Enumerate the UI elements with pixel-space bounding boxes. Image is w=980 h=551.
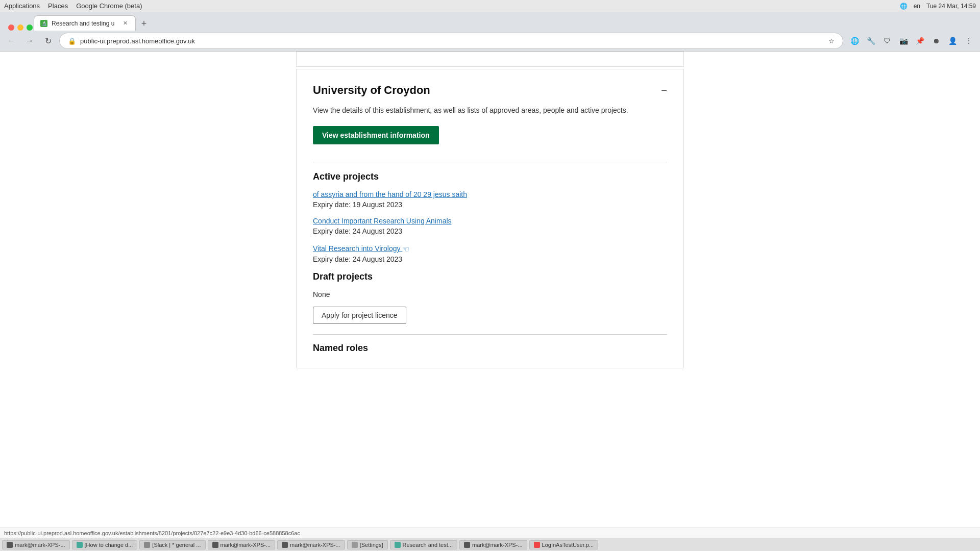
- status-url: https://public-ui.preprod.asl.homeoffice…: [4, 530, 300, 536]
- draft-projects-title: Draft projects: [313, 271, 667, 282]
- user-avatar[interactable]: 👤: [945, 34, 960, 48]
- taskbar-item-5[interactable]: [Settings]: [347, 540, 388, 549]
- window-controls: [8, 24, 33, 31]
- project-expiry-3: Expiry date: 24 August 2023: [313, 255, 667, 263]
- collapse-btn[interactable]: −: [661, 85, 667, 96]
- named-roles-title: Named roles: [313, 343, 667, 354]
- divider-1: [313, 163, 667, 163]
- minimize-window-btn[interactable]: [17, 24, 23, 31]
- extension-btn-5[interactable]: 📌: [913, 34, 927, 48]
- back-btn[interactable]: ←: [4, 34, 18, 48]
- taskbar-favicon-0: [7, 542, 13, 548]
- project-link-2[interactable]: Conduct Important Research Using Animals: [313, 217, 667, 225]
- menu-places[interactable]: Places: [48, 2, 68, 10]
- os-system-tray: 🌐 en Tue 24 Mar, 14:59: [900, 3, 976, 10]
- taskbar-label-1: [How to change d...: [85, 542, 133, 548]
- taskbar-label-0: mark@mark-XPS-...: [15, 542, 65, 548]
- tab-close-btn[interactable]: ✕: [121, 19, 129, 28]
- close-window-btn[interactable]: [8, 24, 14, 31]
- lock-icon: 🔒: [68, 37, 76, 45]
- taskbar-favicon-6: [395, 542, 401, 548]
- taskbar-label-7: mark@mark-XPS-...: [472, 542, 523, 548]
- taskbar-item-0[interactable]: mark@mark-XPS-...: [2, 540, 70, 549]
- establishment-title: University of Croydon: [313, 84, 430, 97]
- taskbar-favicon-3: [212, 542, 218, 548]
- taskbar-item-8[interactable]: LogInAsTestUser.p...: [529, 540, 599, 549]
- project-link-3[interactable]: Vital Research into Virology ☞: [313, 243, 667, 253]
- url-bar[interactable]: 🔒 public-ui.preprod.asl.homeoffice.gov.u…: [59, 33, 843, 49]
- new-tab-btn[interactable]: +: [137, 16, 151, 31]
- taskbar-item-3[interactable]: mark@mark-XPS-...: [208, 540, 276, 549]
- taskbar-item-4[interactable]: mark@mark-XPS-...: [277, 540, 345, 549]
- taskbar-favicon-8: [534, 542, 540, 548]
- taskbar-item-7[interactable]: mark@mark-XPS-...: [459, 540, 527, 549]
- project-expiry-1: Expiry date: 19 August 2023: [313, 201, 667, 209]
- bookmark-icon[interactable]: ☆: [828, 37, 835, 45]
- menu-btn[interactable]: ⋮: [962, 34, 976, 48]
- os-menubar: Applications Places Google Chrome (beta)…: [0, 0, 980, 12]
- top-stub: [296, 52, 684, 67]
- reload-btn[interactable]: ↻: [41, 34, 55, 48]
- tab-bar: 🔬 Research and testing u ✕ +: [0, 12, 980, 31]
- taskbar-label-8: LogInAsTestUser.p...: [542, 542, 594, 548]
- taskbar-label-4: mark@mark-XPS-...: [290, 542, 340, 548]
- language-indicator: en: [914, 3, 920, 10]
- globe-icon: 🌐: [900, 3, 908, 10]
- url-text: public-ui.preprod.asl.homeoffice.gov.uk: [80, 37, 824, 45]
- browser-chrome: 🔬 Research and testing u ✕ + ← → ↻ 🔒 pub…: [0, 12, 980, 52]
- datetime-display: Tue 24 Mar, 14:59: [926, 3, 976, 10]
- taskbar-item-2[interactable]: [Slack | * general ...: [139, 540, 205, 549]
- card-header: University of Croydon −: [313, 84, 667, 97]
- tab-label: Research and testing u: [52, 20, 117, 27]
- os-menu-items: Applications Places Google Chrome (beta): [4, 2, 142, 10]
- draft-none-text: None: [313, 290, 667, 298]
- active-tab[interactable]: 🔬 Research and testing u ✕: [34, 15, 136, 31]
- forward-btn[interactable]: →: [22, 34, 37, 48]
- taskbar-label-6: Research and test...: [403, 542, 453, 548]
- extension-btn-4[interactable]: 📷: [896, 34, 911, 48]
- taskbar-favicon-2: [144, 542, 150, 548]
- browser-extensions: 🌐 🔧 🛡 📷 📌 ⏺ 👤 ⋮: [847, 34, 976, 48]
- taskbar-favicon-5: [352, 542, 358, 548]
- page-content: University of Croydon − View the details…: [0, 52, 980, 538]
- taskbar-label-5: [Settings]: [360, 542, 383, 548]
- address-bar: ← → ↻ 🔒 public-ui.preprod.asl.homeoffice…: [0, 31, 980, 51]
- taskbar-label-3: mark@mark-XPS-...: [220, 542, 271, 548]
- extension-btn-3[interactable]: 🛡: [880, 34, 894, 48]
- taskbar-item-6[interactable]: Research and test...: [390, 540, 457, 549]
- menu-applications[interactable]: Applications: [4, 2, 40, 10]
- status-bar: https://public-ui.preprod.asl.homeoffice…: [0, 528, 980, 538]
- project-item-3: Vital Research into Virology ☞ Expiry da…: [313, 243, 667, 263]
- taskbar-label-2: [Slack | * general ...: [152, 542, 201, 548]
- taskbar: mark@mark-XPS-... [How to change d... [S…: [0, 538, 980, 551]
- draft-projects-section: Draft projects None Apply for project li…: [313, 271, 667, 324]
- content-wrapper: University of Croydon − View the details…: [296, 52, 684, 379]
- project-link-1[interactable]: of assyria and from the hand of 20 29 je…: [313, 190, 667, 198]
- menu-chrome[interactable]: Google Chrome (beta): [76, 2, 142, 10]
- maximize-window-btn[interactable]: [27, 24, 33, 31]
- taskbar-favicon-1: [77, 542, 83, 548]
- project-expiry-2: Expiry date: 24 August 2023: [313, 227, 667, 235]
- taskbar-item-1[interactable]: [How to change d...: [72, 540, 138, 549]
- active-projects-title: Active projects: [313, 171, 667, 182]
- divider-2: [313, 334, 667, 335]
- view-establishment-btn[interactable]: View establishment information: [313, 126, 439, 144]
- extension-btn-1[interactable]: 🌐: [847, 34, 862, 48]
- taskbar-favicon-4: [282, 542, 288, 548]
- project-item-1: of assyria and from the hand of 20 29 je…: [313, 190, 667, 209]
- extension-btn-6[interactable]: ⏺: [929, 34, 943, 48]
- project-item-2: Conduct Important Research Using Animals…: [313, 217, 667, 235]
- establishment-card: University of Croydon − View the details…: [296, 69, 684, 368]
- card-description: View the details of this establishment, …: [313, 105, 667, 116]
- apply-project-licence-btn[interactable]: Apply for project licence: [313, 307, 406, 324]
- extension-btn-2[interactable]: 🔧: [864, 34, 878, 48]
- tab-favicon: 🔬: [40, 20, 47, 27]
- taskbar-favicon-7: [464, 542, 470, 548]
